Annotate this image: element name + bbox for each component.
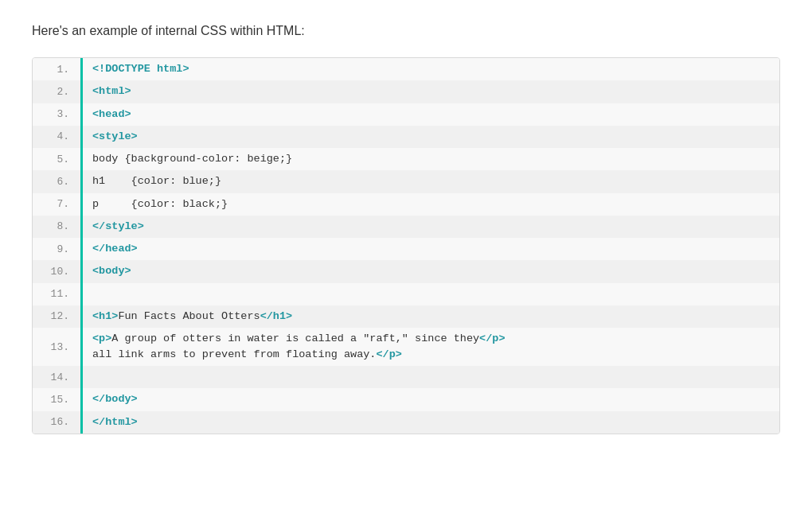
line-content: </head> (83, 238, 147, 260)
line-content: <p>A group of otters in water is called … (83, 328, 515, 367)
line-number: 3. (33, 103, 80, 126)
line-content: </style> (83, 216, 154, 238)
line-content: <h1>Fun Facts About Otters</h1> (83, 305, 302, 328)
line-content (83, 283, 102, 305)
code-line: 11. (33, 283, 779, 305)
code-line: 5.body {background-color: beige;} (33, 148, 779, 170)
line-content: <body> (83, 260, 141, 282)
line-number: 13. (33, 328, 80, 367)
line-number: 8. (33, 216, 80, 238)
line-number: 11. (33, 283, 80, 305)
line-number: 2. (33, 80, 80, 103)
line-number: 5. (33, 148, 80, 170)
line-content: </html> (83, 411, 147, 434)
line-number: 10. (33, 260, 80, 282)
intro-text: Here's an example of internal CSS within… (32, 24, 780, 38)
code-line: 1.<!DOCTYPE html> (33, 58, 779, 80)
code-line: 12.<h1>Fun Facts About Otters</h1> (33, 305, 779, 328)
line-content: </body> (83, 388, 147, 410)
line-number: 16. (33, 411, 80, 434)
code-line: 14. (33, 366, 779, 388)
line-number: 1. (33, 58, 80, 80)
line-content: <head> (83, 103, 141, 126)
code-line: 4.<style> (33, 126, 779, 148)
line-content: <style> (83, 126, 147, 148)
line-content: <!DOCTYPE html> (83, 58, 199, 80)
line-content: p {color: black;} (83, 193, 237, 216)
line-number: 9. (33, 238, 80, 260)
line-content: body {background-color: beige;} (83, 148, 302, 170)
code-line: 6.h1 {color: blue;} (33, 170, 779, 192)
line-content: <html> (83, 80, 141, 103)
line-number: 12. (33, 305, 80, 328)
code-line: 15.</body> (33, 388, 779, 410)
code-line: 13.<p>A group of otters in water is call… (33, 328, 779, 367)
line-number: 14. (33, 366, 80, 388)
line-number: 6. (33, 170, 80, 192)
line-content: h1 {color: blue;} (83, 170, 231, 192)
code-line: 7.p {color: black;} (33, 193, 779, 216)
code-block: 1.<!DOCTYPE html>2.<html>3.<head>4.<styl… (32, 57, 780, 434)
code-line: 10.<body> (33, 260, 779, 282)
line-number: 7. (33, 193, 80, 216)
code-line: 2.<html> (33, 80, 779, 103)
line-number: 4. (33, 126, 80, 148)
code-line: 3.<head> (33, 103, 779, 126)
code-line: 9.</head> (33, 238, 779, 260)
code-line: 16.</html> (33, 411, 779, 434)
line-content (83, 366, 102, 388)
code-line: 8.</style> (33, 216, 779, 238)
line-number: 15. (33, 388, 80, 410)
